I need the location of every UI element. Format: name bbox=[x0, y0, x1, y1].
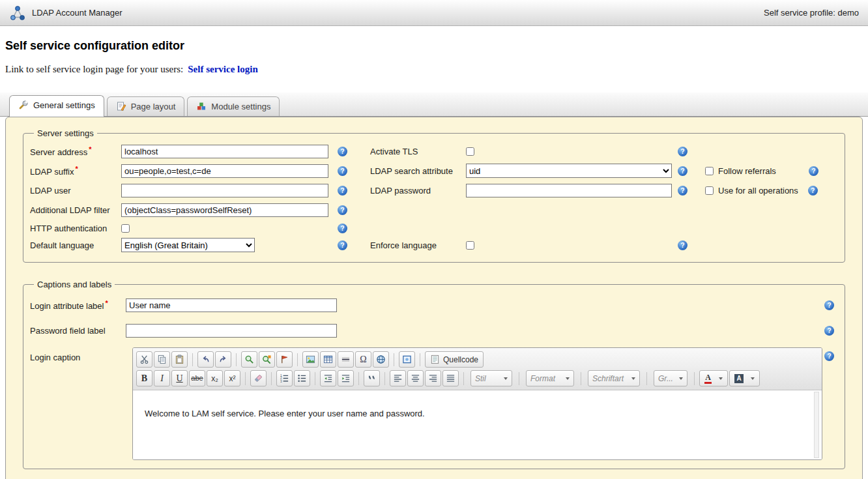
underline-icon[interactable]: U bbox=[171, 370, 188, 386]
required-marker: * bbox=[89, 145, 91, 153]
toolbar-separator bbox=[297, 353, 298, 366]
outdent-icon[interactable] bbox=[320, 370, 336, 386]
tab-page-layout[interactable]: Page layout bbox=[107, 96, 185, 116]
help-icon[interactable]: ? bbox=[338, 166, 347, 176]
table-icon[interactable] bbox=[320, 351, 336, 368]
superscript-icon[interactable]: x² bbox=[224, 370, 240, 386]
self-service-login-link[interactable]: Self service login bbox=[188, 64, 257, 74]
redo-icon[interactable] bbox=[215, 351, 231, 368]
http-authentication-row: HTTP authentication ? bbox=[30, 220, 838, 237]
http-authentication-label: HTTP authentication bbox=[30, 224, 121, 233]
activate-tls-checkbox[interactable] bbox=[466, 147, 474, 156]
additional-ldap-filter-input[interactable] bbox=[121, 203, 328, 217]
editor-content-text: Welcome to LAM self service. Please ente… bbox=[145, 409, 425, 418]
undo-icon[interactable] bbox=[197, 351, 214, 368]
copy-icon[interactable] bbox=[154, 351, 170, 368]
toolbar-separator bbox=[646, 372, 647, 385]
help-icon[interactable]: ? bbox=[824, 326, 834, 336]
use-for-all-operations-checkbox[interactable] bbox=[705, 186, 714, 195]
toolbar-separator bbox=[271, 372, 272, 385]
italic-icon[interactable]: I bbox=[154, 370, 170, 386]
login-caption-row: Login caption bbox=[30, 347, 838, 460]
paste-icon[interactable] bbox=[171, 351, 188, 368]
ldap-suffix-row: LDAP suffix* ? LDAP search attribute uid… bbox=[30, 161, 838, 181]
text-color-button[interactable]: A bbox=[699, 370, 728, 386]
font-size-dropdown[interactable]: Gr... bbox=[654, 370, 687, 386]
ldap-user-input[interactable] bbox=[121, 184, 328, 197]
password-field-label: Password field label bbox=[30, 326, 126, 336]
help-icon[interactable]: ? bbox=[338, 147, 347, 156]
help-icon[interactable]: ? bbox=[824, 351, 834, 361]
http-authentication-checkbox[interactable] bbox=[121, 224, 130, 233]
additional-ldap-filter-label: Additional LDAP filter bbox=[30, 205, 121, 215]
strikethrough-icon[interactable]: abe bbox=[189, 370, 205, 386]
help-icon[interactable]: ? bbox=[678, 147, 687, 156]
help-icon[interactable]: ? bbox=[678, 166, 687, 176]
help-icon[interactable]: ? bbox=[338, 224, 347, 233]
editor-content-area[interactable]: Welcome to LAM self service. Please ente… bbox=[133, 390, 822, 459]
toolbar-separator bbox=[420, 353, 420, 366]
spellcheck-flag-icon[interactable] bbox=[276, 351, 293, 368]
tab-general-settings[interactable]: General settings bbox=[9, 95, 104, 117]
editor-toolbar-row1: Ω Quellcode bbox=[136, 350, 818, 369]
replace-icon[interactable] bbox=[259, 351, 275, 368]
toolbar-separator bbox=[581, 372, 581, 385]
server-address-input[interactable] bbox=[121, 145, 328, 158]
horizontal-rule-icon[interactable] bbox=[338, 351, 354, 368]
font-dropdown[interactable]: Schriftart bbox=[588, 370, 640, 386]
help-icon[interactable]: ? bbox=[808, 186, 818, 196]
indent-icon[interactable] bbox=[338, 370, 354, 386]
login-attribute-input[interactable] bbox=[126, 298, 337, 312]
toolbar-separator bbox=[519, 372, 519, 385]
image-icon[interactable] bbox=[302, 351, 319, 368]
captions-and-labels-fieldset: Captions and labels Login attribute labe… bbox=[23, 280, 845, 469]
numbered-list-icon[interactable]: 123 bbox=[276, 370, 293, 386]
enforce-language-checkbox[interactable] bbox=[466, 241, 474, 250]
source-button[interactable]: Quellcode bbox=[425, 351, 484, 368]
bulleted-list-icon[interactable] bbox=[294, 370, 310, 386]
format-dropdown[interactable]: Format bbox=[526, 370, 574, 386]
cut-icon[interactable] bbox=[136, 351, 152, 368]
globe-icon[interactable] bbox=[373, 351, 389, 368]
find-icon[interactable] bbox=[241, 351, 257, 368]
ldap-search-attribute-select[interactable]: uid bbox=[466, 164, 672, 178]
help-icon[interactable]: ? bbox=[338, 240, 347, 250]
toolbar-separator bbox=[245, 372, 246, 385]
help-icon[interactable]: ? bbox=[338, 186, 347, 196]
toolbar-separator bbox=[394, 353, 394, 366]
help-icon[interactable]: ? bbox=[338, 205, 347, 215]
align-left-icon[interactable] bbox=[390, 370, 406, 386]
align-justify-icon[interactable] bbox=[442, 370, 459, 386]
default-language-select[interactable]: English (Great Britain) bbox=[121, 238, 255, 252]
align-right-icon[interactable] bbox=[425, 370, 441, 386]
follow-referrals-checkbox[interactable] bbox=[705, 167, 714, 175]
help-icon[interactable]: ? bbox=[678, 186, 687, 196]
help-icon[interactable]: ? bbox=[824, 300, 834, 310]
wrench-icon bbox=[18, 100, 29, 110]
blockquote-icon[interactable] bbox=[364, 370, 380, 386]
special-character-icon[interactable]: Ω bbox=[355, 351, 371, 368]
top-bar: LDAP Account Manager Self service profil… bbox=[0, 0, 868, 26]
app-title: LDAP Account Manager bbox=[32, 8, 123, 18]
ldap-search-attribute-label: LDAP search attribute bbox=[370, 166, 466, 176]
background-color-button[interactable]: A bbox=[729, 370, 760, 386]
remove-format-icon[interactable] bbox=[250, 370, 267, 386]
ldap-suffix-input[interactable] bbox=[121, 164, 328, 178]
bold-icon[interactable]: B bbox=[136, 370, 152, 386]
style-dropdown[interactable]: Stil bbox=[470, 370, 512, 386]
required-marker: * bbox=[75, 165, 78, 173]
server-address-row: Server address* ? Activate TLS ? bbox=[30, 141, 838, 161]
help-icon[interactable]: ? bbox=[678, 240, 687, 250]
tab-module-settings[interactable]: Module settings bbox=[187, 96, 280, 116]
password-field-label-input[interactable] bbox=[126, 324, 337, 338]
editor-scrollbar[interactable] bbox=[814, 392, 819, 458]
chevron-down-icon bbox=[751, 377, 755, 380]
page-pencil-icon bbox=[116, 101, 126, 111]
align-center-icon[interactable] bbox=[407, 370, 424, 386]
subscript-icon[interactable]: x₂ bbox=[207, 370, 223, 386]
editor-toolbar: Ω Quellcode B I U abe bbox=[133, 348, 822, 390]
iframe-icon[interactable] bbox=[399, 351, 415, 368]
tab-page-layout-label: Page layout bbox=[131, 102, 176, 111]
ldap-password-input[interactable] bbox=[466, 184, 672, 197]
help-icon[interactable]: ? bbox=[809, 166, 818, 176]
